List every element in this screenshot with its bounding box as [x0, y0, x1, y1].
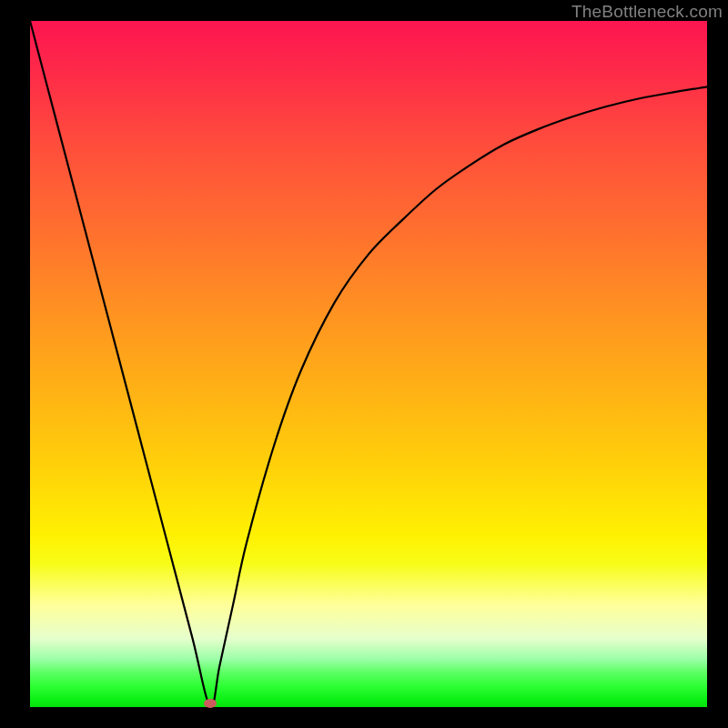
- bottleneck-curve: [30, 21, 707, 707]
- watermark-text: TheBottleneck.com: [571, 2, 723, 22]
- minimum-marker: [204, 699, 217, 708]
- curve-layer: [30, 21, 707, 707]
- chart-frame: TheBottleneck.com: [0, 0, 728, 728]
- plot-area: [30, 21, 707, 707]
